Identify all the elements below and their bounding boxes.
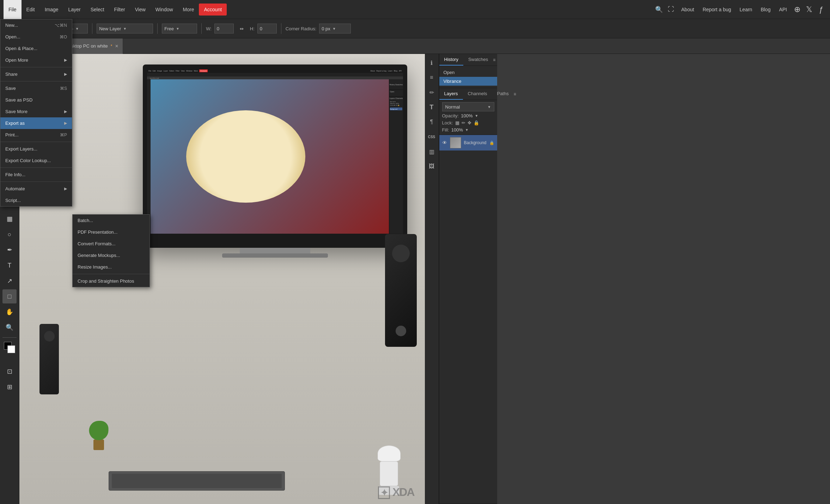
path-selection-tool[interactable]: ↗ bbox=[2, 274, 17, 288]
menu-item-script[interactable]: Script... bbox=[0, 195, 72, 206]
foreground-color[interactable] bbox=[2, 340, 17, 355]
ps-inner-history-tabs: History Swatches bbox=[389, 79, 403, 90]
menu-item-automate[interactable]: Automate ▶ bbox=[0, 183, 72, 195]
menu-item-export-as[interactable]: Export as ▶ bbox=[0, 117, 72, 129]
tab-channels[interactable]: Channels bbox=[463, 88, 492, 100]
submenu-resize-images[interactable]: Resize Images... bbox=[73, 261, 149, 273]
menu-item-share[interactable]: Share ▶ bbox=[0, 68, 72, 80]
menu-item-file-info[interactable]: File Info... bbox=[0, 169, 72, 180]
about-link[interactable]: About bbox=[678, 5, 698, 14]
history-panel: History Swatches ≡ Open Vibrance bbox=[439, 54, 497, 88]
info-panel-icon[interactable]: ℹ bbox=[426, 57, 438, 69]
lock-position-icon[interactable]: ✏ bbox=[462, 120, 465, 125]
clock-image bbox=[151, 79, 389, 234]
twitter-icon[interactable]: 𝕏 bbox=[804, 4, 814, 15]
ps-inner-menubar: File Edit Image Layer Select Filter View… bbox=[147, 69, 403, 73]
layer-thumbnail bbox=[450, 137, 461, 148]
layers-panel-menu[interactable]: ≡ bbox=[514, 88, 519, 100]
menu-item-export-layers[interactable]: Export Layers... bbox=[0, 143, 72, 155]
opacity-value[interactable]: 100% bbox=[461, 113, 472, 118]
reddit-icon[interactable]: ⊕ bbox=[792, 4, 802, 15]
learn-link[interactable]: Learn bbox=[736, 5, 756, 14]
h-input[interactable] bbox=[257, 24, 277, 33]
shape-tool[interactable]: □ bbox=[2, 289, 17, 303]
menu-item-open-more[interactable]: Open More ▶ bbox=[0, 54, 72, 66]
corner-radius-dropdown[interactable]: 0 px ▼ bbox=[319, 24, 351, 33]
text-panel-icon[interactable]: T bbox=[426, 101, 438, 113]
menubar-item-view[interactable]: View bbox=[130, 0, 151, 19]
menubar-item-file[interactable]: File bbox=[4, 0, 22, 19]
fill-dropdown-arrow[interactable]: ▼ bbox=[465, 128, 469, 132]
opacity-dropdown-arrow[interactable]: ▼ bbox=[475, 114, 478, 118]
layers-panel-icon[interactable]: ▥ bbox=[426, 146, 438, 158]
menubar-item-edit[interactable]: Edit bbox=[22, 0, 40, 19]
text-tool[interactable]: T bbox=[2, 258, 17, 272]
layer-visibility-icon[interactable]: 👁 bbox=[442, 140, 447, 146]
report-bug-link[interactable]: Report a bug bbox=[699, 5, 735, 14]
menu-item-open[interactable]: Open... ⌘O bbox=[0, 31, 72, 43]
submenu-convert-formats[interactable]: Convert Formats... bbox=[73, 238, 149, 250]
tab-2-close[interactable]: ✕ bbox=[115, 44, 118, 49]
menu-item-open-place[interactable]: Open & Place... bbox=[0, 43, 72, 54]
blend-mode-dropdown[interactable]: Free ▼ bbox=[162, 24, 197, 33]
swap-wh-icon[interactable]: ⇔ bbox=[237, 23, 247, 34]
lock-move-icon[interactable]: ✥ bbox=[468, 120, 471, 125]
blend-mode-select[interactable]: Normal ▼ bbox=[442, 102, 494, 111]
monitor-base bbox=[222, 253, 328, 258]
history-item-open[interactable]: Open bbox=[439, 68, 497, 77]
menu-item-new[interactable]: New... ⌥⌘N bbox=[0, 19, 72, 31]
menu-item-print[interactable]: Print... ⌘P bbox=[0, 129, 72, 141]
image-panel-icon[interactable]: 🖼 bbox=[426, 160, 438, 172]
xda-watermark: ✦ XDA bbox=[378, 486, 414, 499]
tab-layers[interactable]: Layers bbox=[439, 88, 463, 100]
menubar-item-filter[interactable]: Filter bbox=[109, 0, 130, 19]
fullscreen-icon[interactable]: ⛶ bbox=[666, 4, 676, 15]
menubar-item-window[interactable]: Window bbox=[151, 0, 178, 19]
quick-mask-icon[interactable]: ⊡ bbox=[2, 364, 17, 379]
fill-value[interactable]: 100% bbox=[451, 127, 463, 133]
adjustments-panel-icon[interactable]: ≡ bbox=[426, 72, 438, 84]
pen-tool[interactable]: ✒ bbox=[2, 243, 17, 257]
search-icon[interactable]: 🔍 bbox=[654, 4, 664, 15]
submenu-crop-straighten[interactable]: Crop and Straighten Photos bbox=[73, 275, 149, 287]
w-input[interactable] bbox=[214, 24, 234, 33]
ps-inner-tools bbox=[147, 79, 151, 234]
h-label: H: bbox=[250, 26, 255, 31]
submenu-generate-mockups[interactable]: Generate Mockups... bbox=[73, 250, 149, 261]
submenu-batch[interactable]: Batch... bbox=[73, 215, 149, 226]
css-panel-icon[interactable]: CSS bbox=[426, 131, 438, 143]
menu-item-save[interactable]: Save ⌘S bbox=[0, 82, 72, 94]
api-link[interactable]: API bbox=[775, 5, 791, 14]
lock-all-icon[interactable]: 🔒 bbox=[474, 120, 479, 125]
right-icon-strip: ℹ ≡ ✏ T ¶ CSS ▥ 🖼 bbox=[425, 54, 439, 504]
dodge-tool[interactable]: ○ bbox=[2, 227, 17, 241]
menubar-item-image[interactable]: Image bbox=[40, 0, 63, 19]
zoom-tool[interactable]: 🔍 bbox=[2, 320, 17, 334]
layer-item-background[interactable]: 👁 Background 🔒 bbox=[439, 135, 497, 150]
history-panel-menu[interactable]: ≡ bbox=[493, 54, 498, 66]
tab-swatches[interactable]: Swatches bbox=[463, 54, 493, 66]
brush-panel-icon[interactable]: ✏ bbox=[426, 86, 438, 98]
history-item-vibrance[interactable]: Vibrance bbox=[439, 77, 497, 86]
menubar-item-layer[interactable]: Layer bbox=[63, 0, 86, 19]
menubar-item-account[interactable]: Account bbox=[199, 4, 227, 16]
menu-item-save-psd[interactable]: Save as PSD bbox=[0, 94, 72, 106]
submenu-pdf-presentation[interactable]: PDF Presentation... bbox=[73, 226, 149, 238]
paragraph-panel-icon[interactable]: ¶ bbox=[426, 116, 438, 128]
tab-paths[interactable]: Paths bbox=[492, 88, 513, 100]
layer-name-background: Background bbox=[464, 140, 487, 145]
menubar-item-more[interactable]: More bbox=[178, 0, 199, 19]
ps-inner-main: History Swatches Open Layers Channels bbox=[147, 79, 403, 234]
menu-item-save-more[interactable]: Save More ▶ bbox=[0, 106, 72, 117]
menubar-item-select[interactable]: Select bbox=[86, 0, 109, 19]
menu-item-export-color[interactable]: Export Color Lookup... bbox=[0, 155, 72, 166]
blog-link[interactable]: Blog bbox=[757, 5, 774, 14]
gradient-tool[interactable]: ▦ bbox=[2, 212, 17, 226]
history-panel-tabs: History Swatches ≡ bbox=[439, 54, 497, 66]
screen-mode-icon[interactable]: ⊞ bbox=[2, 380, 17, 394]
new-layer-dropdown[interactable]: New Layer ▼ bbox=[97, 24, 153, 33]
facebook-icon[interactable]: ƒ bbox=[816, 4, 826, 15]
hand-tool[interactable]: ✋ bbox=[2, 305, 17, 319]
lock-pixels-icon[interactable]: ▦ bbox=[455, 120, 459, 125]
tab-history[interactable]: History bbox=[439, 54, 463, 66]
